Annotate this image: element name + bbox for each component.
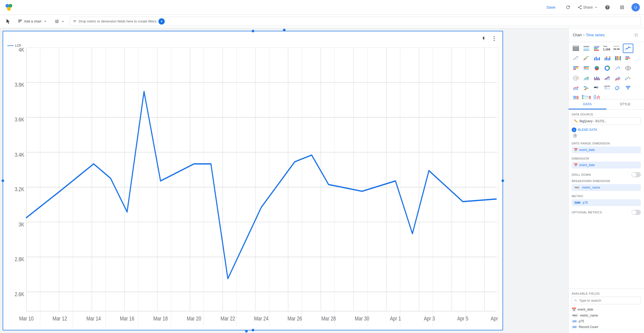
bottom-resize-handle[interactable] xyxy=(245,330,248,332)
field-record-count[interactable]: 123 Record Count xyxy=(572,324,641,330)
chart-type-table-bar[interactable] xyxy=(592,44,602,53)
chart-type-area-line[interactable] xyxy=(602,73,612,83)
svg-rect-142 xyxy=(604,89,607,89)
chart-type-stepped[interactable] xyxy=(612,73,623,83)
svg-text:Total: Total xyxy=(603,45,607,47)
chart-type-stacked-hbar[interactable] xyxy=(571,63,581,73)
drill-down-toggle[interactable] xyxy=(631,172,641,177)
help-button[interactable] xyxy=(602,2,613,13)
field-name-record-count: Record Count xyxy=(579,325,598,329)
chart-type-table[interactable] xyxy=(571,44,581,53)
search-input[interactable] xyxy=(579,299,639,302)
chart-type-smooth-line[interactable] xyxy=(571,54,581,63)
field-name-metric-name: metric_name xyxy=(580,314,598,317)
tab-data[interactable]: DATA xyxy=(569,100,606,109)
dimension-chip[interactable]: 📅 event_date xyxy=(572,162,641,168)
svg-point-0 xyxy=(5,4,9,8)
svg-rect-79 xyxy=(608,58,609,60)
svg-rect-90 xyxy=(625,59,628,60)
svg-text:Mar 18: Mar 18 xyxy=(153,316,168,322)
chart-type-funnel[interactable] xyxy=(623,83,633,93)
blend-data-button[interactable]: + BLEND DATA xyxy=(572,126,597,133)
metric-chip[interactable]: SUM p75 xyxy=(572,199,641,206)
cursor-tool-button[interactable] xyxy=(3,17,13,25)
breadcrumb-separator: > xyxy=(583,33,585,37)
date-range-value: event_date xyxy=(579,148,595,152)
breakdown-value: metric_name xyxy=(582,186,600,189)
rbc-badge: RBC xyxy=(574,186,581,189)
chart-top-handle[interactable] xyxy=(252,30,254,32)
chart-type-stacked-bar[interactable] xyxy=(602,54,612,63)
field-event-date[interactable]: 📅 event_date xyxy=(572,306,641,313)
breakdown-chip[interactable]: RBC metric_name xyxy=(572,184,641,191)
chart-type-horizontal-bar[interactable] xyxy=(623,54,633,63)
breakdown-label: Breakdown Dimension xyxy=(572,179,641,183)
svg-rect-58 xyxy=(573,50,579,51)
chart-type-stacked-area[interactable] xyxy=(581,73,592,83)
top-navigation: Save Share U xyxy=(0,0,644,15)
chart-type-sankey[interactable] xyxy=(581,93,592,100)
chart-type-bar[interactable] xyxy=(592,54,602,63)
chart-type-pie[interactable] xyxy=(592,63,602,73)
svg-point-5 xyxy=(494,40,495,41)
chart-type-heatmap[interactable] xyxy=(612,83,623,93)
field-name-event-date: event_date xyxy=(578,308,593,311)
grid-button[interactable] xyxy=(617,2,627,13)
svg-rect-95 xyxy=(576,68,578,68)
panel-tabs: DATA STYLE xyxy=(569,100,644,110)
blend-help-button[interactable]: ? xyxy=(573,133,577,138)
chart-type-combo[interactable] xyxy=(571,83,581,93)
refresh-button[interactable] xyxy=(563,2,573,13)
svg-rect-93 xyxy=(577,66,578,67)
chart-type-geo-map[interactable] xyxy=(623,63,633,73)
chart-type-treemap[interactable] xyxy=(571,93,581,100)
add-chart-label: Add a chart xyxy=(24,19,42,23)
chart-more-button[interactable] xyxy=(490,34,498,43)
svg-rect-159 xyxy=(582,95,583,97)
chart-lightning-button[interactable] xyxy=(480,34,488,43)
chart-type-donut[interactable] xyxy=(602,63,612,73)
chart-left-handle[interactable] xyxy=(2,179,4,182)
filter-add-button[interactable]: + xyxy=(158,18,165,25)
date-range-chip[interactable]: 📅 event_date xyxy=(572,147,641,153)
svg-rect-61 xyxy=(583,49,589,50)
user-avatar[interactable]: U xyxy=(631,3,640,11)
chart-type-line-smooth2[interactable] xyxy=(581,54,592,63)
chart-type-table-heat[interactable] xyxy=(581,44,592,53)
chart-type-waterfall[interactable] xyxy=(623,73,633,83)
chart-type-boxplot[interactable] xyxy=(592,93,602,100)
top-resize-handle[interactable] xyxy=(283,29,286,31)
share-button[interactable]: Share xyxy=(577,5,598,10)
svg-text:3K: 3K xyxy=(19,221,24,227)
field-p75[interactable]: 123 p75 xyxy=(572,318,641,324)
add-chart-button[interactable]: Add a chart xyxy=(15,17,50,25)
field-123-badge-p75: 123 xyxy=(572,320,577,323)
optional-metrics-toggle[interactable] xyxy=(631,210,641,215)
drill-down-section: Drill down xyxy=(572,172,641,177)
chart-type-grouped-bar[interactable] xyxy=(592,73,602,83)
chart-bottom-handle[interactable] xyxy=(252,329,254,331)
legend-line xyxy=(7,45,14,46)
chart-header xyxy=(7,34,498,43)
chart-type-100-hbar[interactable] xyxy=(581,63,592,73)
svg-text:Mar 26: Mar 26 xyxy=(287,316,302,322)
chart-type-bubble-map[interactable] xyxy=(571,73,581,83)
controls-button[interactable] xyxy=(52,17,68,25)
tab-style[interactable]: STYLE xyxy=(606,100,644,109)
data-source-chip[interactable]: ✏️ BigQuery - 5/17/2... xyxy=(572,118,641,125)
chart-type-pivot[interactable] xyxy=(602,83,612,93)
chart-type-timeline[interactable] xyxy=(581,83,592,93)
chart-type-100-bar[interactable] xyxy=(612,54,623,63)
chart-type-bullet[interactable] xyxy=(592,83,602,93)
panel-close-button[interactable] xyxy=(633,31,640,39)
chart-right-handle[interactable] xyxy=(501,179,504,182)
svg-text:Mar 28: Mar 28 xyxy=(321,316,336,322)
canvas-area[interactable]: LCP 4K xyxy=(0,28,568,333)
chart-type-scatter[interactable] xyxy=(612,63,623,73)
chart-type-scorecard-total[interactable]: Total1,168 xyxy=(602,44,612,53)
chart-type-time-series[interactable] xyxy=(623,44,633,53)
svg-text:3.2K: 3.2K xyxy=(15,186,24,192)
chart-type-scorecard-sessions[interactable]: Sessions69.3K xyxy=(612,44,623,53)
field-metric-name[interactable]: RBC metric_name xyxy=(572,313,641,318)
save-button[interactable]: Save xyxy=(543,3,558,11)
